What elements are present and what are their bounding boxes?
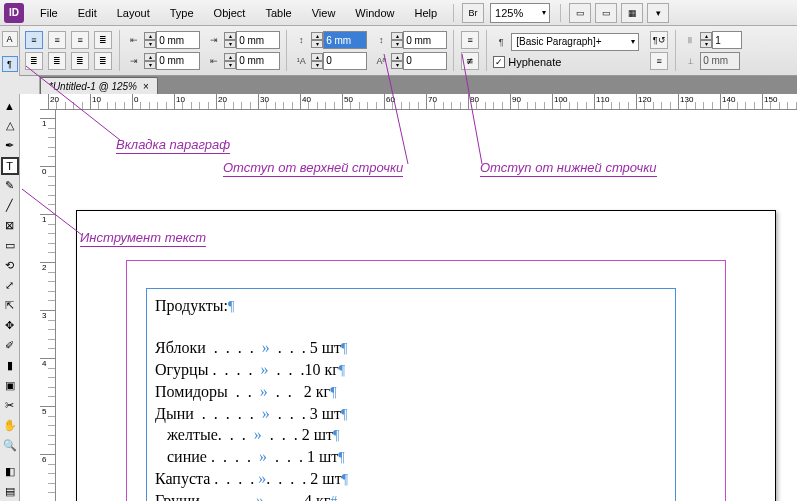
dropcap-chars-input[interactable] bbox=[403, 52, 447, 70]
zoom-dropdown[interactable]: 125% bbox=[490, 3, 550, 23]
indent-last-input[interactable] bbox=[236, 52, 280, 70]
space-after-icon: ↕ bbox=[373, 32, 389, 48]
button-tool[interactable]: ▣ bbox=[1, 376, 19, 394]
no-baseline-grid-button[interactable]: ≢ bbox=[461, 52, 479, 70]
columns-input[interactable] bbox=[712, 31, 742, 49]
spin-up[interactable]: ▴ bbox=[391, 53, 403, 61]
fill-stroke-swap[interactable]: ◧ bbox=[1, 462, 19, 480]
pencil-tool[interactable]: ✎ bbox=[1, 177, 19, 195]
spin-down[interactable]: ▾ bbox=[700, 40, 712, 48]
spin-down[interactable]: ▾ bbox=[391, 40, 403, 48]
panel-menu-button[interactable]: ≡ bbox=[650, 52, 668, 70]
char-para-switcher: A ¶ bbox=[0, 26, 20, 76]
line-tool[interactable]: ╱ bbox=[1, 197, 19, 215]
view-mode-button-1[interactable]: ▭ bbox=[569, 3, 591, 23]
color-theme-tool[interactable]: ▤ bbox=[1, 482, 19, 500]
align-left-button[interactable]: ≡ bbox=[25, 31, 43, 49]
spin-up[interactable]: ▴ bbox=[700, 32, 712, 40]
menu-layout[interactable]: Layout bbox=[107, 3, 160, 23]
horizontal-ruler[interactable]: 2010010203040506070809010011012013014015… bbox=[40, 94, 797, 110]
spin-down[interactable]: ▾ bbox=[144, 40, 156, 48]
control-bar: ≡ ≡ ≡ ≣ ≣ ≣ ≣ ≣ ⇤ ▴▾ ⇥ ▴▾ ⇥ ▴▾ bbox=[0, 26, 797, 76]
menu-file[interactable]: File bbox=[30, 3, 68, 23]
menu-table[interactable]: Table bbox=[255, 3, 301, 23]
align-center-button[interactable]: ≡ bbox=[48, 31, 66, 49]
indent-last-icon: ⇤ bbox=[206, 53, 222, 69]
spin-up[interactable]: ▴ bbox=[144, 53, 156, 61]
baseline-grid-button[interactable]: ≡ bbox=[461, 31, 479, 49]
spin-down[interactable]: ▾ bbox=[144, 61, 156, 69]
text-frame[interactable]: Продукты:¶Яблоки . . . . » . . . 5 шт¶Ог… bbox=[146, 288, 676, 501]
para-style-dropdown[interactable]: [Basic Paragraph]+ bbox=[511, 33, 639, 51]
zoom-tool[interactable]: 🔍 bbox=[1, 436, 19, 454]
justify-left-button[interactable]: ≣ bbox=[25, 52, 43, 70]
view-mode-button-2[interactable]: ▭ bbox=[595, 3, 617, 23]
eyedropper-tool[interactable]: ✐ bbox=[1, 336, 19, 354]
dropcap-lines-icon: ¹A bbox=[293, 53, 309, 69]
align-right-button[interactable]: ≡ bbox=[71, 31, 89, 49]
menu-window[interactable]: Window bbox=[345, 3, 404, 23]
character-mode-button[interactable]: A bbox=[2, 31, 18, 47]
menu-help[interactable]: Help bbox=[404, 3, 447, 23]
space-after-input[interactable] bbox=[403, 31, 447, 49]
scale-tool[interactable]: ⤢ bbox=[1, 277, 19, 295]
dropcap-lines-input[interactable] bbox=[323, 52, 367, 70]
vertical-ruler[interactable]: 101234567 bbox=[40, 110, 56, 501]
view-mode-button-3[interactable]: ▦ bbox=[621, 3, 643, 23]
justify-full-button[interactable]: ≣ bbox=[94, 31, 112, 49]
app-icon: ID bbox=[4, 3, 24, 23]
document-tab[interactable]: *Untitled-1 @ 125% × bbox=[40, 77, 158, 94]
selection-tool[interactable]: ▲ bbox=[1, 97, 19, 115]
pen-tool[interactable]: ✒ bbox=[1, 137, 19, 155]
spin-up[interactable]: ▴ bbox=[391, 32, 403, 40]
justify-right-button[interactable]: ≣ bbox=[71, 52, 89, 70]
menu-edit[interactable]: Edit bbox=[68, 3, 107, 23]
spin-up[interactable]: ▴ bbox=[311, 32, 323, 40]
gradient-tool[interactable]: ▮ bbox=[1, 356, 19, 374]
spin-up[interactable]: ▴ bbox=[224, 53, 236, 61]
indent-first-icon: ⇥ bbox=[126, 53, 142, 69]
rotate-tool[interactable]: ⟲ bbox=[1, 257, 19, 275]
document-tab-bar: *Untitled-1 @ 125% × bbox=[0, 76, 797, 94]
spin-up[interactable]: ▴ bbox=[311, 53, 323, 61]
paragraph-mode-button[interactable]: ¶ bbox=[2, 56, 18, 72]
shear-tool[interactable]: ⇱ bbox=[1, 297, 19, 315]
spin-down[interactable]: ▾ bbox=[311, 40, 323, 48]
spin-down[interactable]: ▾ bbox=[311, 61, 323, 69]
align-spine-button[interactable]: ≣ bbox=[94, 52, 112, 70]
rectangle-frame-tool[interactable]: ⊠ bbox=[1, 217, 19, 235]
rectangle-tool[interactable]: ▭ bbox=[1, 237, 19, 255]
spin-up[interactable]: ▴ bbox=[144, 32, 156, 40]
tab-close-button[interactable]: × bbox=[143, 81, 149, 92]
bridge-button[interactable]: Br bbox=[462, 3, 484, 23]
document-tab-title: *Untitled-1 @ 125% bbox=[49, 81, 137, 92]
free-transform-tool[interactable]: ✥ bbox=[1, 317, 19, 335]
menu-type[interactable]: Type bbox=[160, 3, 204, 23]
spin-down[interactable]: ▾ bbox=[224, 61, 236, 69]
scissors-tool[interactable]: ✂ bbox=[1, 396, 19, 414]
type-tool[interactable]: T bbox=[1, 157, 19, 175]
indent-right-input[interactable] bbox=[236, 31, 280, 49]
document-canvas[interactable]: Продукты:¶Яблоки . . . . » . . . 5 шт¶Ог… bbox=[56, 110, 797, 501]
style-aux: ¶↺ ≡ bbox=[649, 28, 669, 73]
hyphenate-checkbox[interactable]: ✓ bbox=[493, 56, 505, 68]
spin-down[interactable]: ▾ bbox=[391, 61, 403, 69]
spin-up[interactable]: ▴ bbox=[224, 32, 236, 40]
document-text[interactable]: Продукты:¶Яблоки . . . . » . . . 5 шт¶Ог… bbox=[147, 289, 675, 501]
align-group: ≡ ≡ ≡ ≣ ≣ ≣ ≣ ≣ bbox=[24, 28, 113, 73]
spin-down[interactable]: ▾ bbox=[224, 40, 236, 48]
clear-override-button[interactable]: ¶↺ bbox=[650, 31, 668, 49]
space-after-group: ↕ ▴▾ Aª ▴▾ bbox=[373, 28, 447, 73]
indent-left-input[interactable] bbox=[156, 31, 200, 49]
menu-object[interactable]: Object bbox=[204, 3, 256, 23]
justify-center-button[interactable]: ≣ bbox=[48, 52, 66, 70]
indent-first-input[interactable] bbox=[156, 52, 200, 70]
view-mode-button-4[interactable]: ▾ bbox=[647, 3, 669, 23]
toolbox: ▲ △ ✒ T ✎ ╱ ⊠ ▭ ⟲ ⤢ ⇱ ✥ ✐ ▮ ▣ ✂ ✋ 🔍 ◧ ▤ bbox=[0, 94, 20, 501]
menu-view[interactable]: View bbox=[302, 3, 346, 23]
hand-tool[interactable]: ✋ bbox=[1, 416, 19, 434]
dropcap-chars-icon: Aª bbox=[373, 53, 389, 69]
menu-bar: ID File Edit Layout Type Object Table Vi… bbox=[0, 0, 797, 26]
space-before-input[interactable] bbox=[323, 31, 367, 49]
direct-selection-tool[interactable]: △ bbox=[1, 117, 19, 135]
